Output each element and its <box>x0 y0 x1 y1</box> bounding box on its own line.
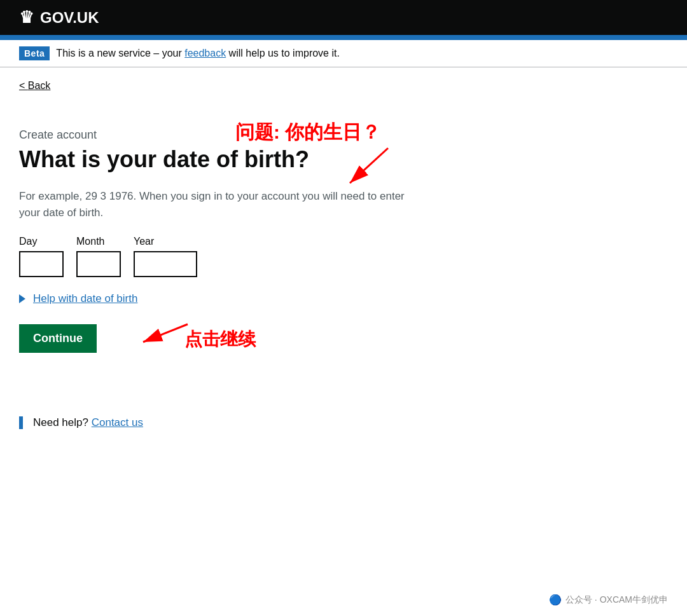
day-label: Day <box>19 236 64 247</box>
gov-logo-text: GOV.UK <box>40 9 99 27</box>
contact-us-link[interactable]: Contact us <box>92 416 143 428</box>
month-field: Month <box>76 236 121 277</box>
help-summary[interactable]: Help with date of birth <box>19 292 426 305</box>
year-input[interactable] <box>134 251 197 277</box>
footer-help: Need help? Contact us <box>19 416 426 429</box>
help-details[interactable]: Help with date of birth <box>19 292 426 305</box>
day-input[interactable] <box>19 251 64 277</box>
help-summary-text: Help with date of birth <box>33 292 137 305</box>
crown-icon: ♛ <box>19 8 34 27</box>
svg-line-3 <box>143 324 188 342</box>
hint-text: For example, 29 3 1976. When you sign in… <box>19 188 426 221</box>
page-heading: What is your date of birth? <box>19 146 426 173</box>
form-caption: Create account <box>19 128 426 142</box>
date-inputs: Day Month Year <box>19 236 426 277</box>
footer-help-text: Need help? Contact us <box>33 416 426 429</box>
blue-bar <box>0 35 687 40</box>
year-field: Year <box>134 236 197 277</box>
beta-text: This is a new service – your feedback wi… <box>56 48 340 59</box>
triangle-icon <box>19 294 25 303</box>
main-content: Back 问题: 你的生日？ Create account What is yo… <box>0 67 445 455</box>
month-input[interactable] <box>76 251 121 277</box>
form-section: 问题: 你的生日？ Create account What is your da… <box>19 117 426 378</box>
month-label: Month <box>76 236 121 247</box>
feedback-link[interactable]: feedback <box>184 48 226 58</box>
year-label: Year <box>134 236 197 247</box>
back-link[interactable]: Back <box>19 80 50 92</box>
annotation-click: 点击继续 <box>184 327 256 352</box>
day-field: Day <box>19 236 64 277</box>
footer-help-wrapper: Need help? Contact us <box>19 416 426 429</box>
continue-button[interactable]: Continue <box>19 324 97 353</box>
beta-banner: Beta This is a new service – your feedba… <box>0 40 687 67</box>
beta-tag: Beta <box>19 46 50 60</box>
gov-header: ♛ GOV.UK <box>0 0 687 35</box>
gov-logo[interactable]: ♛ GOV.UK <box>19 8 99 27</box>
continue-wrapper: Continue 点击继续 <box>19 324 97 378</box>
